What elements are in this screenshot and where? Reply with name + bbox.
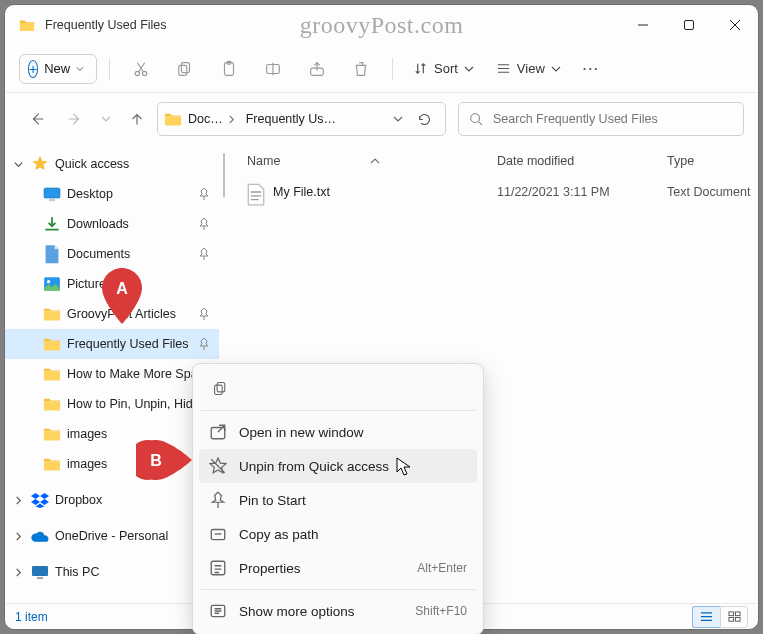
breadcrumb-segment[interactable]: Doc… — [184, 112, 240, 126]
folder-icon — [43, 306, 61, 322]
svg-rect-10 — [44, 188, 60, 198]
chevron-down-icon — [76, 65, 84, 73]
maximize-button[interactable] — [666, 5, 712, 45]
more-button[interactable]: ··· — [575, 55, 608, 82]
svg-point-2 — [142, 71, 146, 75]
sidebar-item-downloads[interactable]: Downloads — [5, 209, 219, 239]
folder-icon — [43, 426, 61, 442]
view-button[interactable]: View — [488, 55, 569, 82]
menu-item-label: Show more options — [239, 604, 355, 619]
folder-icon — [19, 19, 35, 31]
column-header-type[interactable]: Type — [667, 154, 758, 168]
window-title: Frequently Used Files — [45, 18, 167, 32]
chevron-right-icon[interactable] — [11, 529, 25, 543]
minimize-button[interactable] — [620, 5, 666, 45]
column-header-name[interactable]: Name — [247, 154, 497, 168]
svg-rect-21 — [217, 382, 225, 391]
svg-point-1 — [135, 71, 139, 75]
chevron-down-icon — [551, 64, 561, 74]
svg-rect-20 — [735, 617, 740, 621]
properties-icon — [209, 559, 227, 577]
sidebar-item-groovypost-articles[interactable]: GroovyPost Articles — [5, 299, 219, 329]
column-header-date[interactable]: Date modified — [497, 154, 667, 168]
forward-button[interactable] — [57, 101, 93, 137]
svg-rect-4 — [179, 65, 187, 75]
sidebar-item-images[interactable]: images — [5, 449, 219, 479]
sidebar-item-quick-access[interactable]: Quick access — [5, 149, 219, 179]
column-label: Name — [247, 154, 280, 168]
menu-item-copy-as-path[interactable]: Copy as path — [199, 517, 477, 551]
new-button[interactable]: + New — [19, 54, 97, 84]
sidebar-item-dropbox[interactable]: Dropbox — [5, 485, 219, 515]
details-view-button[interactable] — [692, 606, 720, 628]
svg-rect-0 — [685, 21, 694, 30]
pin-icon — [197, 337, 211, 351]
sort-asc-icon — [370, 156, 380, 166]
svg-rect-18 — [735, 612, 740, 616]
menu-item-properties[interactable]: Properties Alt+Enter — [199, 551, 477, 585]
downloads-icon — [43, 216, 61, 232]
paste-icon[interactable] — [210, 52, 248, 86]
svg-point-14 — [47, 280, 50, 283]
view-icon — [496, 61, 511, 76]
refresh-button[interactable] — [409, 104, 439, 134]
copy-icon[interactable] — [166, 52, 204, 86]
pin-icon — [209, 491, 227, 509]
pictures-icon — [43, 276, 61, 292]
menu-item-show-more-options[interactable]: Show more options Shift+F10 — [199, 594, 477, 628]
delete-icon[interactable] — [342, 52, 380, 86]
address-bar[interactable]: Doc… Frequently Us… — [157, 102, 446, 136]
separator — [201, 410, 475, 411]
breadcrumb-segment[interactable]: Frequently Us… — [242, 112, 340, 126]
cut-icon[interactable] — [122, 52, 160, 86]
close-button[interactable] — [712, 5, 758, 45]
toolbar: + New Sort View ··· — [5, 45, 758, 93]
sidebar-item-label: Downloads — [67, 217, 191, 231]
view-label: View — [517, 61, 545, 76]
search-input[interactable] — [491, 111, 733, 127]
copy-icon[interactable] — [205, 373, 235, 403]
file-type: Text Document — [667, 185, 750, 199]
sidebar-item-onedrive[interactable]: OneDrive - Personal — [5, 521, 219, 551]
sidebar-item-label: Pictures — [67, 277, 211, 291]
menu-item-label: Properties — [239, 561, 301, 576]
copy-path-icon — [209, 525, 227, 543]
show-more-icon — [209, 602, 227, 620]
sidebar-item-images[interactable]: images — [5, 419, 219, 449]
chevron-right-icon[interactable] — [11, 493, 25, 507]
this-pc-icon — [31, 564, 49, 580]
svg-rect-23 — [211, 428, 225, 439]
star-icon — [31, 156, 49, 172]
sidebar-item-how-make-more-space[interactable]: How to Make More Spa — [5, 359, 219, 389]
sidebar-item-label: How to Make More Spa — [67, 367, 211, 381]
rename-icon[interactable] — [254, 52, 292, 86]
file-row[interactable]: My File.txt 11/22/2021 3:11 PM Text Docu… — [247, 177, 758, 207]
chevron-down-icon[interactable] — [11, 157, 25, 171]
back-button[interactable] — [19, 101, 55, 137]
sidebar-item-frequently-used-files[interactable]: Frequently Used Files — [5, 329, 219, 359]
chevron-right-icon[interactable] — [11, 565, 25, 579]
menu-item-pin-to-start[interactable]: Pin to Start — [199, 483, 477, 517]
sidebar-item-desktop[interactable]: Desktop — [5, 179, 219, 209]
svg-point-9 — [471, 114, 480, 123]
recent-dropdown[interactable] — [95, 101, 117, 137]
sidebar-item-label: This PC — [55, 565, 211, 579]
share-icon[interactable] — [298, 52, 336, 86]
menu-item-unpin-quick-access[interactable]: Unpin from Quick access — [199, 449, 477, 483]
search-box[interactable] — [458, 102, 744, 136]
sort-button[interactable]: Sort — [405, 55, 482, 82]
folder-icon — [43, 396, 61, 412]
sidebar-item-how-pin-unpin[interactable]: How to Pin, Unpin, Hid — [5, 389, 219, 419]
svg-rect-12 — [49, 199, 55, 201]
sidebar-item-documents[interactable]: Documents — [5, 239, 219, 269]
sidebar-item-pictures[interactable]: Pictures — [5, 269, 219, 299]
up-button[interactable] — [119, 101, 155, 137]
chevron-down-icon[interactable] — [393, 114, 403, 124]
pin-icon — [197, 307, 211, 321]
dropbox-icon — [31, 492, 49, 508]
menu-item-open-new-window[interactable]: Open in new window — [199, 415, 477, 449]
scroll-thumb[interactable] — [223, 153, 225, 197]
sidebar-item-this-pc[interactable]: This PC — [5, 557, 219, 587]
thumbnails-view-button[interactable] — [720, 606, 748, 628]
svg-rect-3 — [181, 62, 189, 72]
